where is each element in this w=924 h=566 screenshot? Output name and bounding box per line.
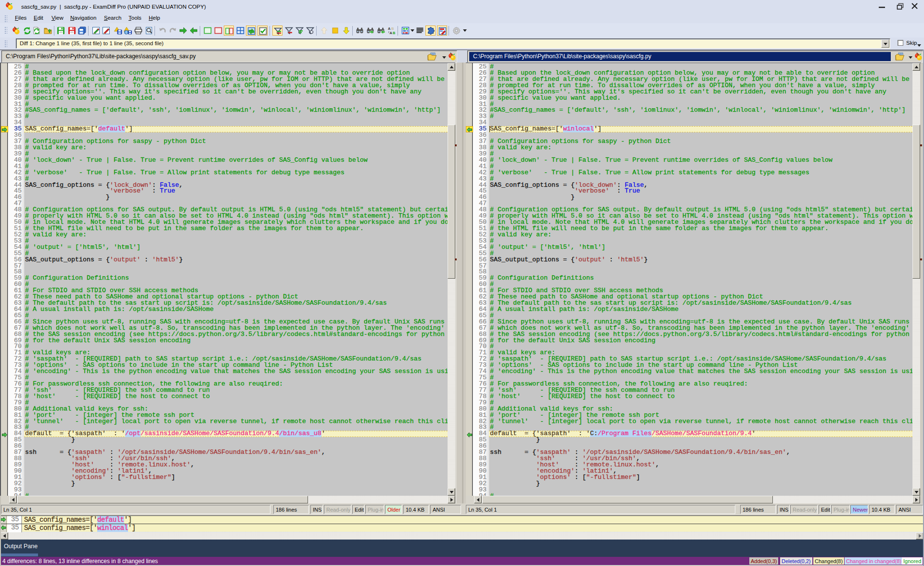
svg-text:B: B [393,31,396,35]
svg-text:A: A [390,31,393,35]
